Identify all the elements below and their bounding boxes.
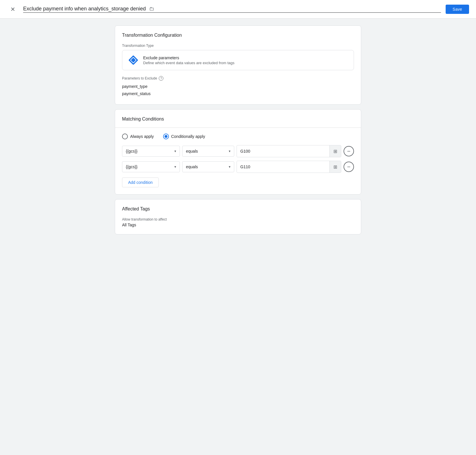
close-icon: ✕ [10,6,15,13]
help-icon[interactable]: ? [159,76,163,81]
operator-value-2: equals [186,164,198,169]
type-name: Exclude parameters [143,56,235,60]
affected-tags-title: Affected Tags [122,206,354,212]
remove-icon-1: − [347,148,350,155]
param-payment-status: payment_status [122,90,354,97]
transformation-config-title: Transformation Configuration [122,33,354,38]
param-payment-type: payment_type [122,83,354,90]
operator-dropdown-2[interactable]: equals ▾ [182,161,234,172]
allow-transformation-label: Allow transformation to affect [122,217,354,221]
value-input-wrapper-1: ⊞ [237,145,341,157]
title-text: Exclude payment info when analytics_stor… [23,6,146,12]
matching-conditions-card: Matching Conditions Always apply Conditi… [115,109,361,195]
affected-tags-value: All Tags [122,223,354,227]
params-label-row: Parameters to Exclude ? [122,76,354,81]
divider [115,127,361,128]
remove-condition-btn-2[interactable]: − [344,162,354,172]
save-button[interactable]: Save [446,5,469,14]
conditionally-apply-radio[interactable] [163,134,169,139]
type-desc: Define which event data values are exclu… [143,61,235,65]
value-input-wrapper-2: ⊞ [237,161,341,173]
folder-icon[interactable]: 🗀 [149,6,154,12]
diamond-icon [128,55,139,65]
grid-icon-btn-2[interactable]: ⊞ [329,161,341,173]
grid-icon-btn-1[interactable]: ⊞ [329,145,341,157]
radio-row: Always apply Conditionally apply [122,134,354,139]
header: ✕ Exclude payment info when analytics_st… [0,0,476,19]
transformation-type-text: Exclude parameters Define which event da… [143,56,235,65]
params-to-exclude-label: Parameters to Exclude [122,76,157,80]
variable-value-2: {{gcs}} [126,164,138,169]
conditionally-apply-label: Conditionally apply [171,134,205,139]
close-button[interactable]: ✕ [7,3,19,15]
variable-dropdown-1[interactable]: {{gcs}} ▾ [122,146,180,157]
grid-icon-2: ⊞ [333,164,337,170]
operator-dropdown-1[interactable]: equals ▾ [182,146,234,157]
chevron-down-icon-2: ▾ [174,165,176,169]
transformation-config-card: Transformation Configuration Transformat… [115,25,361,105]
chevron-down-icon-1: ▾ [174,149,176,153]
affected-tags-card: Affected Tags Allow transformation to af… [115,199,361,234]
conditionally-apply-option[interactable]: Conditionally apply [163,134,205,139]
remove-icon-2: − [347,164,350,170]
condition-row-2: {{gcs}} ▾ equals ▾ ⊞ − [122,161,354,173]
value-input-2[interactable] [237,162,329,172]
grid-icon-1: ⊞ [333,149,337,154]
always-apply-radio[interactable] [122,134,128,139]
add-condition-button[interactable]: Add condition [122,177,159,187]
always-apply-label: Always apply [130,134,154,139]
chevron-down-icon-op-2: ▾ [229,165,230,169]
value-input-1[interactable] [237,146,329,156]
header-title: Exclude payment info when analytics_stor… [23,6,441,13]
transformation-type-box: Exclude parameters Define which event da… [122,50,354,70]
operator-value-1: equals [186,149,198,153]
chevron-down-icon-op-1: ▾ [229,149,230,153]
matching-conditions-title: Matching Conditions [122,116,354,122]
main-content: Transformation Configuration Transformat… [108,19,368,241]
variable-dropdown-2[interactable]: {{gcs}} ▾ [122,161,180,172]
transformation-type-label: Transformation Type [122,44,354,48]
always-apply-option[interactable]: Always apply [122,134,154,139]
variable-value-1: {{gcs}} [126,149,138,153]
condition-row-1: {{gcs}} ▾ equals ▾ ⊞ − [122,145,354,157]
remove-condition-btn-1[interactable]: − [344,146,354,156]
